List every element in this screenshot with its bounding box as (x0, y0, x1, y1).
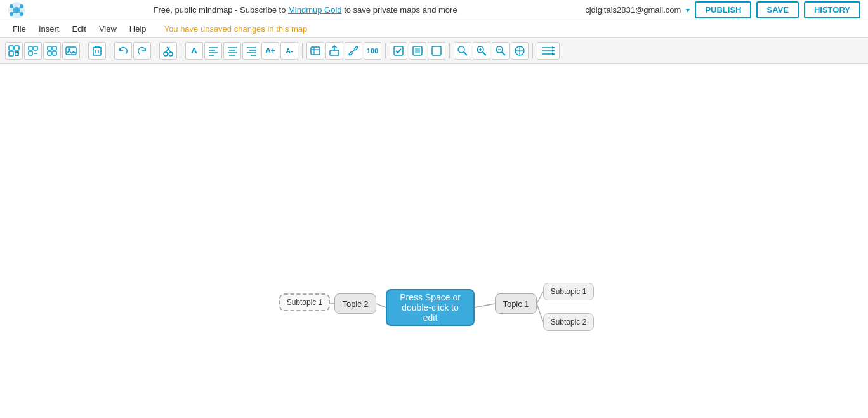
sep4 (181, 43, 181, 58)
media-button[interactable] (306, 42, 324, 60)
undo-button[interactable] (114, 42, 132, 60)
sep7 (449, 43, 450, 58)
menu-view[interactable]: View (94, 23, 122, 35)
expand-button[interactable] (43, 42, 61, 60)
subtopic1-right-node[interactable]: Subtopic 1 (543, 283, 594, 300)
svg-line-56 (464, 52, 467, 55)
insert-image-button[interactable] (62, 42, 80, 60)
publish-button[interactable]: PUBLISH (695, 1, 751, 18)
svg-point-30 (169, 52, 173, 56)
svg-line-58 (483, 52, 486, 55)
svg-rect-45 (311, 47, 320, 55)
user-email: cjdigitals2831@gmail.com (585, 5, 681, 15)
svg-rect-21 (53, 46, 56, 50)
save-button[interactable]: SAVE (756, 1, 798, 18)
menu-edit[interactable]: Edit (67, 23, 91, 35)
cut-format-button[interactable] (159, 42, 177, 60)
banner-message: Free, public mindmap - Subscribe to Mind… (154, 5, 457, 15)
sep1 (84, 43, 84, 58)
sep6 (385, 43, 386, 58)
delete-button[interactable] (88, 42, 106, 60)
search-zoom-button[interactable] (454, 42, 471, 60)
svg-rect-12 (9, 51, 13, 56)
svg-point-29 (164, 52, 168, 56)
svg-line-62 (502, 52, 505, 55)
subtopic1-left-node[interactable]: Subtopic 1 (279, 293, 330, 311)
text-increase-button[interactable]: A+ (261, 42, 279, 60)
svg-rect-22 (48, 51, 51, 55)
banner-right: cjdigitals2831@gmail.com ▾ PUBLISH SAVE … (585, 1, 860, 18)
svg-rect-10 (9, 46, 13, 50)
redo-button[interactable] (133, 42, 151, 60)
align-left-button[interactable] (204, 42, 222, 60)
unsaved-changes-message: You have unsaved changes in this map (164, 24, 308, 34)
svg-rect-53 (415, 48, 420, 53)
banner-left (8, 1, 25, 19)
svg-rect-54 (432, 46, 441, 55)
align-center-button[interactable] (223, 42, 241, 60)
sep3 (155, 43, 155, 58)
sep8 (532, 43, 533, 58)
subtopic2-right-node[interactable]: Subtopic 2 (543, 313, 594, 331)
svg-rect-18 (29, 51, 32, 55)
format-text-button[interactable]: A (185, 42, 203, 60)
menu-help[interactable]: Help (124, 23, 152, 35)
svg-line-73 (537, 292, 543, 304)
user-dropdown-arrow[interactable]: ▾ (686, 6, 690, 15)
svg-point-55 (458, 46, 464, 53)
svg-line-50 (352, 50, 355, 52)
toolbar: A A+ A- 100 (0, 38, 868, 64)
svg-rect-11 (15, 46, 19, 50)
align-right-button[interactable] (242, 42, 260, 60)
svg-rect-51 (394, 46, 403, 55)
collapse-all-button[interactable] (24, 42, 42, 60)
svg-rect-20 (48, 46, 51, 50)
task3-button[interactable] (428, 42, 445, 60)
link-button[interactable] (345, 42, 362, 60)
svg-rect-26 (93, 48, 101, 55)
svg-line-70 (376, 304, 386, 307)
menu-insert[interactable]: Insert (34, 23, 65, 35)
svg-line-74 (537, 304, 543, 322)
number-button[interactable]: 100 (364, 42, 381, 60)
history-button[interactable]: HISTORY (804, 1, 860, 18)
task2-button[interactable] (409, 42, 426, 60)
zoom-out-button[interactable] (492, 42, 510, 60)
svg-rect-24 (66, 47, 76, 55)
topic1-node[interactable]: Topic 1 (495, 293, 537, 314)
svg-rect-17 (34, 46, 37, 50)
export-button[interactable] (326, 42, 343, 60)
zoom-in-button[interactable] (473, 42, 490, 60)
sep5 (302, 43, 303, 58)
mindmup-logo (8, 1, 25, 19)
menu-bar: File Insert Edit View Help You have unsa… (0, 20, 868, 38)
sep2 (110, 43, 110, 58)
menu-file[interactable]: File (8, 23, 31, 35)
task1-button[interactable] (390, 42, 407, 60)
topic2-node[interactable]: Topic 2 (334, 293, 376, 314)
layers-button[interactable] (537, 42, 560, 60)
text-decrease-button[interactable]: A- (280, 42, 298, 60)
add-node-button[interactable] (5, 42, 23, 60)
connectors-svg (0, 64, 868, 418)
zoom-fit-button[interactable] (511, 42, 529, 60)
mindmap-canvas[interactable]: Press Space or double-click to edit Topi… (0, 64, 868, 418)
central-node[interactable]: Press Space or double-click to edit (386, 289, 475, 326)
svg-rect-23 (53, 51, 56, 55)
top-banner: Free, public mindmap - Subscribe to Mind… (0, 0, 868, 20)
svg-line-71 (475, 304, 495, 307)
mindmup-gold-link[interactable]: Mindmup Gold (288, 5, 342, 15)
svg-rect-16 (29, 46, 32, 50)
